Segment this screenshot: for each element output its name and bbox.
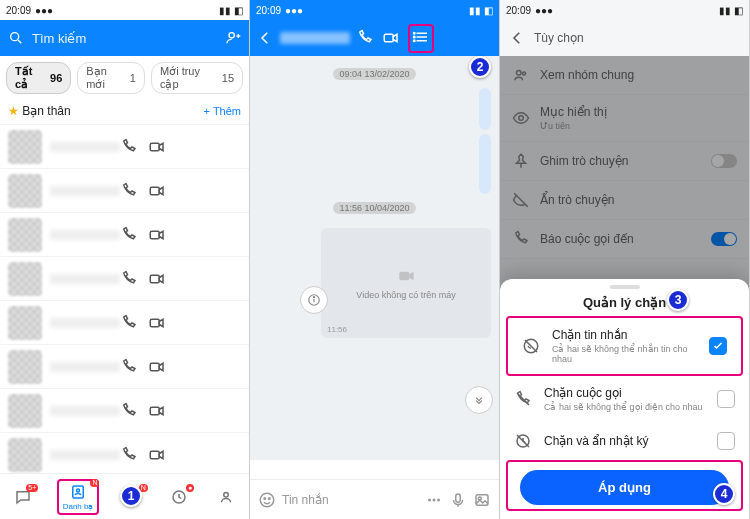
- image-icon[interactable]: [473, 491, 491, 509]
- message-bubble[interactable]: [479, 134, 491, 194]
- videocall-icon[interactable]: [382, 29, 400, 47]
- annotation-1: 1: [120, 485, 142, 507]
- nav-contacts[interactable]: Danh bạN: [57, 479, 100, 515]
- block-msg-checkbox[interactable]: [709, 337, 727, 355]
- svg-point-32: [269, 497, 271, 499]
- chat-body: 09:04 13/02/2020 11:56 10/04/2020 Video …: [250, 56, 499, 460]
- list-item[interactable]: [0, 257, 249, 301]
- menu-list-icon: [412, 28, 430, 46]
- chat-options-button[interactable]: [408, 24, 434, 53]
- chat-header: [250, 20, 499, 56]
- time-pill: 09:04 13/02/2020: [333, 68, 415, 80]
- more-icon[interactable]: [425, 491, 443, 509]
- nav-timeline[interactable]: ●: [166, 486, 192, 508]
- search-bar[interactable]: Tìm kiếm: [0, 20, 249, 56]
- list-item[interactable]: [0, 213, 249, 257]
- nav-more[interactable]: [213, 486, 239, 508]
- call-icon[interactable]: [356, 29, 374, 47]
- badge: 5+: [26, 484, 38, 492]
- search-icon: [8, 30, 24, 46]
- contact-name: [50, 230, 120, 240]
- add-friend-icon[interactable]: [225, 30, 241, 46]
- avatar: [8, 218, 42, 252]
- mic-icon[interactable]: [449, 491, 467, 509]
- sheet-handle[interactable]: [610, 285, 640, 289]
- status-bar: 20:09 ●●● ▮▮ ◧: [0, 0, 249, 20]
- tab-new[interactable]: Bạn mới 1: [77, 62, 145, 94]
- pane-contacts: 20:09 ●●● ▮▮ ◧ Tìm kiếm Tất cả 96 Bạn mớ…: [0, 0, 250, 519]
- block-calls-row[interactable]: Chặn cuộc gọiCả hai sẽ không thể gọi điệ…: [500, 376, 749, 422]
- notif-icon: ●●●: [35, 5, 53, 16]
- nav-messages[interactable]: 5+: [10, 486, 36, 508]
- add-friend-link[interactable]: + Thêm: [204, 105, 241, 117]
- video-icon[interactable]: [148, 358, 166, 376]
- block-log-row[interactable]: Chặn và ẩn nhật ký: [500, 422, 749, 460]
- video-icon[interactable]: [148, 446, 166, 464]
- video-icon[interactable]: [148, 270, 166, 288]
- block-messages-row[interactable]: Chặn tin nhắnCả hai sẽ không thể nhắn ti…: [508, 318, 741, 374]
- avatar: [8, 306, 42, 340]
- block-log-checkbox[interactable]: [717, 432, 735, 450]
- block-log-icon: [514, 432, 532, 450]
- call-icon[interactable]: [120, 138, 138, 156]
- list-item[interactable]: [0, 169, 249, 213]
- tab-all[interactable]: Tất cả 96: [6, 62, 71, 94]
- video-icon[interactable]: [148, 402, 166, 420]
- avatar: [8, 262, 42, 296]
- list-item[interactable]: [0, 125, 249, 169]
- message-bubble[interactable]: [479, 88, 491, 130]
- video-icon[interactable]: [148, 314, 166, 332]
- svg-rect-8: [150, 275, 159, 283]
- status-time: 20:09: [256, 5, 281, 16]
- video-icon[interactable]: [148, 138, 166, 156]
- svg-rect-7: [150, 231, 159, 239]
- svg-point-30: [260, 493, 274, 507]
- search-placeholder: Tìm kiếm: [32, 31, 217, 46]
- svg-rect-26: [399, 272, 409, 280]
- call-icon[interactable]: [120, 226, 138, 244]
- video-icon[interactable]: [148, 182, 166, 200]
- call-icon[interactable]: [120, 446, 138, 464]
- status-time: 20:09: [6, 5, 31, 16]
- list-item[interactable]: [0, 389, 249, 433]
- message-input-bar: Tin nhắn: [250, 479, 499, 519]
- annotation-4: 4: [713, 483, 735, 505]
- message-input[interactable]: Tin nhắn: [282, 493, 419, 507]
- clock-icon: [170, 488, 188, 506]
- tab-recent[interactable]: Mới truy cập 15: [151, 62, 243, 94]
- battery-icon: ▮▮ ◧: [219, 5, 243, 16]
- list-item[interactable]: [0, 301, 249, 345]
- sticker-icon[interactable]: [258, 491, 276, 509]
- options-title: Tùy chọn: [534, 31, 584, 45]
- back-icon[interactable]: [256, 29, 274, 47]
- scroll-down-icon[interactable]: [465, 386, 493, 414]
- video-placeholder[interactable]: Video không có trên máy 11:56: [321, 228, 491, 338]
- friends-label: ★ Bạn thân: [8, 104, 71, 118]
- friends-section: ★ Bạn thân + Thêm: [0, 100, 249, 124]
- call-icon[interactable]: [120, 314, 138, 332]
- avatar: [8, 174, 42, 208]
- video-icon[interactable]: [148, 226, 166, 244]
- filter-tabs: Tất cả 96 Bạn mới 1 Mới truy cập 15: [0, 56, 249, 100]
- list-item[interactable]: [0, 345, 249, 389]
- chat-title: [280, 32, 350, 44]
- block-call-checkbox[interactable]: [717, 390, 735, 408]
- list-item[interactable]: [0, 433, 249, 477]
- video-missing-text: Video không có trên máy: [356, 290, 455, 300]
- contact-name: [50, 362, 120, 372]
- apply-button[interactable]: Áp dụng: [520, 470, 729, 505]
- call-icon[interactable]: [120, 402, 138, 420]
- call-icon[interactable]: [120, 358, 138, 376]
- call-icon[interactable]: [120, 182, 138, 200]
- info-icon[interactable]: [300, 286, 328, 314]
- contact-name: [50, 406, 120, 416]
- video-off-icon: [396, 266, 416, 286]
- video-time: 11:56: [327, 325, 347, 334]
- back-icon[interactable]: [508, 29, 526, 47]
- call-icon[interactable]: [120, 270, 138, 288]
- svg-point-24: [414, 36, 416, 38]
- status-time: 20:09: [506, 5, 531, 16]
- nav-label: Danh bạ: [63, 502, 94, 511]
- svg-rect-6: [150, 187, 159, 195]
- svg-point-23: [414, 32, 416, 34]
